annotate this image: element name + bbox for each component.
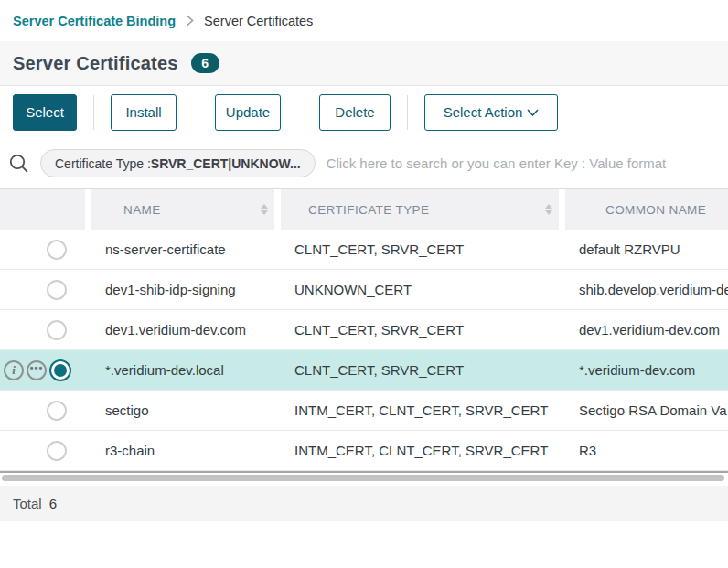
cell-certificate-type: CLNT_CERT, SRVR_CERT (281, 362, 565, 378)
toolbar: Select Install Update Delete Select Acti… (0, 86, 728, 138)
table-header-row: NAME CERTIFICATE TYPE COMMON NAME (0, 189, 728, 230)
cell-common-name: dev1.veridium-dev.com (565, 322, 728, 338)
column-header-certificate-type[interactable]: CERTIFICATE TYPE (281, 189, 559, 230)
column-header-label: CERTIFICATE TYPE (281, 203, 429, 217)
breadcrumb: Server Certificate Binding Server Certif… (0, 0, 728, 41)
select-button[interactable]: Select (13, 94, 77, 131)
delete-button[interactable]: Delete (319, 94, 391, 131)
cell-common-name: *.veridium-dev.com (565, 362, 728, 378)
column-header-label: COMMON NAME (565, 203, 706, 217)
search-icon (7, 152, 31, 176)
cell-common-name: default RZRVPU (565, 241, 728, 257)
search-bar: Certificate Type : SRVR_CERT|UNKNOW... (0, 138, 728, 189)
chevron-down-icon (527, 109, 539, 116)
breadcrumb-link-server-certificate-binding[interactable]: Server Certificate Binding (13, 14, 176, 28)
table-row[interactable]: ns-server-certificate CLNT_CERT, SRVR_CE… (0, 230, 728, 270)
table-row[interactable]: dev1.veridium-dev.com CLNT_CERT, SRVR_CE… (0, 310, 728, 350)
info-icon[interactable]: i (4, 360, 24, 380)
table-row-selected[interactable]: i ••• *.veridium-dev.local CLNT_CERT, SR… (0, 350, 728, 391)
table-row[interactable]: sectigo INTM_CERT, CLNT_CERT, SRVR_CERT … (0, 391, 728, 431)
sort-arrows-icon[interactable] (261, 204, 268, 215)
total-value: 6 (49, 496, 57, 511)
cell-certificate-type: CLNT_CERT, SRVR_CERT (281, 322, 565, 338)
toolbar-divider (407, 95, 408, 130)
page-title: Server Certificates (13, 53, 178, 74)
cell-certificate-type: INTM_CERT, CLNT_CERT, SRVR_CERT (281, 443, 565, 458)
cell-name: ns-server-certificate (91, 241, 281, 257)
cell-name: *.veridium-dev.local (91, 362, 281, 378)
page-header: Server Certificates 6 (0, 41, 728, 86)
cell-common-name: R3 (565, 443, 728, 458)
table-header-gutter (0, 189, 85, 230)
ellipsis-icon[interactable]: ••• (27, 360, 47, 380)
table-footer: Total 6 (0, 486, 728, 521)
search-input[interactable] (327, 155, 728, 171)
filter-chip-key: Certificate Type : (55, 156, 151, 171)
install-button[interactable]: Install (111, 94, 177, 131)
column-header-name[interactable]: NAME (91, 189, 274, 230)
radio-button-checked[interactable] (49, 359, 71, 381)
count-badge: 6 (191, 53, 219, 73)
update-button[interactable]: Update (215, 94, 281, 131)
cell-common-name: shib.develop.veridium-de (565, 282, 728, 297)
radio-button[interactable] (47, 401, 67, 421)
filter-chip-certificate-type[interactable]: Certificate Type : SRVR_CERT|UNKNOW... (40, 149, 316, 177)
toolbar-divider (93, 95, 94, 130)
radio-button[interactable] (47, 441, 67, 461)
cell-certificate-type: CLNT_CERT, SRVR_CERT (281, 241, 565, 257)
radio-button[interactable] (47, 280, 67, 300)
total-label: Total (13, 496, 42, 511)
select-action-dropdown[interactable]: Select Action (424, 94, 558, 131)
column-header-label: NAME (91, 203, 161, 217)
horizontal-scrollbar[interactable] (0, 473, 728, 486)
sort-arrows-icon[interactable] (545, 204, 552, 215)
cell-name: dev1-shib-idp-signing (91, 282, 281, 297)
scrollbar-thumb[interactable] (2, 475, 724, 481)
cell-certificate-type: UNKNOWN_CERT (281, 282, 565, 297)
radio-button[interactable] (47, 320, 67, 340)
cell-name: r3-chain (91, 443, 281, 458)
cell-certificate-type: INTM_CERT, CLNT_CERT, SRVR_CERT (281, 402, 565, 418)
select-action-label: Select Action (444, 104, 523, 120)
radio-button[interactable] (47, 240, 67, 260)
cell-common-name: Sectigo RSA Domain Va (565, 402, 728, 418)
chevron-right-icon (186, 15, 194, 27)
table-row[interactable]: r3-chain INTM_CERT, CLNT_CERT, SRVR_CERT… (0, 431, 728, 471)
table-row[interactable]: dev1-shib-idp-signing UNKNOWN_CERT shib.… (0, 270, 728, 310)
breadcrumb-current: Server Certificates (204, 14, 313, 28)
cell-name: dev1.veridium-dev.com (91, 322, 281, 338)
cell-name: sectigo (91, 402, 281, 418)
filter-chip-value: SRVR_CERT|UNKNOW... (151, 156, 301, 171)
table-body: ns-server-certificate CLNT_CERT, SRVR_CE… (0, 230, 728, 471)
column-header-common-name[interactable]: COMMON NAME (565, 189, 728, 230)
